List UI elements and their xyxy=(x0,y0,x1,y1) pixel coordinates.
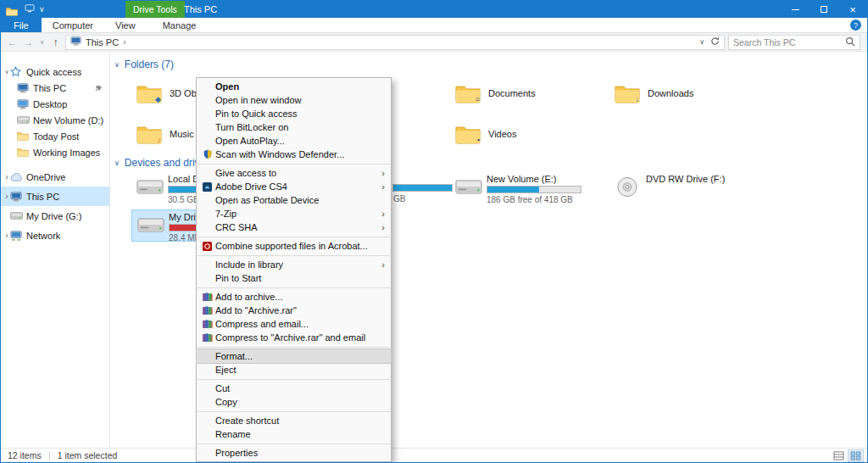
folders-group-header[interactable]: ∨ Folders (7) xyxy=(114,59,174,70)
sidebar-item-working-images[interactable]: Working Images xyxy=(1,144,109,160)
back-button[interactable]: ← xyxy=(6,36,19,48)
menu-item-format[interactable]: Format... xyxy=(197,349,391,363)
folder-icon: ≡ xyxy=(455,84,481,103)
menu-item-crc-sha[interactable]: CRC SHA› xyxy=(197,220,391,234)
up-button[interactable]: ↑ xyxy=(49,36,62,48)
menu-item-eject[interactable]: Eject xyxy=(197,363,391,377)
menu-item-open-as-portable-device[interactable]: Open as Portable Device xyxy=(197,193,391,207)
ribbon-tab-computer[interactable]: Computer xyxy=(42,18,104,32)
menu-item-adobe-drive-cs4[interactable]: Adobe Drive CS4› xyxy=(197,180,391,193)
menu-separator xyxy=(198,347,390,348)
menu-separator xyxy=(198,164,390,165)
hard-drive-icon xyxy=(455,176,482,201)
sidebar-item-desktop[interactable]: Desktop xyxy=(1,96,109,112)
menu-item-copy[interactable]: Copy xyxy=(197,395,391,409)
acrobat-icon xyxy=(199,242,215,251)
menu-item-scan-with-windows-defender[interactable]: Scan with Windows Defender... xyxy=(197,148,391,161)
menu-item-open[interactable]: Open xyxy=(197,80,391,93)
search-icon[interactable] xyxy=(845,35,855,50)
submenu-arrow-icon: › xyxy=(381,169,385,178)
help-icon[interactable]: ? xyxy=(850,20,861,31)
menu-item-rename[interactable]: Rename xyxy=(197,427,391,441)
this-pc-icon xyxy=(70,36,81,47)
folder-icon: ↓ xyxy=(615,84,640,103)
menu-item-include-in-library[interactable]: Include in library› xyxy=(197,258,391,271)
recent-locations-chevron-icon[interactable]: ∨ xyxy=(38,39,46,46)
computer-icon xyxy=(10,192,24,202)
search-input[interactable] xyxy=(733,37,843,47)
folder-tile-downloads[interactable]: ↓ Downloads xyxy=(609,77,762,109)
drive-tile-dvd-rw-f[interactable]: DVD RW Drive (F:) xyxy=(609,172,762,204)
sidebar-item-this-pc-pinned[interactable]: This PC xyxy=(1,80,109,96)
ribbon-tab-file[interactable]: File xyxy=(1,18,42,32)
folder-icon: ♪ xyxy=(136,125,162,144)
address-dropdown-chevron-icon[interactable]: ∨ xyxy=(699,38,704,46)
sidebar-item-quick-access[interactable]: ∨ Quick access xyxy=(1,64,109,80)
refresh-icon[interactable] xyxy=(710,36,720,47)
navigation-pane: ∨ Quick access This PC Desktop New Volum… xyxy=(1,52,110,448)
drive-tile-new-volume-e[interactable]: New Volume (E:) 186 GB free of 418 GB xyxy=(450,172,603,204)
maximize-button[interactable] xyxy=(810,1,838,18)
sidebar-item-this-pc[interactable]: › This PC xyxy=(1,187,109,206)
menu-item-7-zip[interactable]: 7-Zip› xyxy=(197,207,391,220)
expand-chevron-icon[interactable]: › xyxy=(3,192,10,201)
ribbon-tab-view[interactable]: View xyxy=(104,18,147,32)
expand-chevron-icon[interactable]: ∨ xyxy=(3,69,10,75)
folder-tile-videos[interactable]: ▪ Videos xyxy=(450,118,603,150)
address-bar[interactable]: This PC › ∨ xyxy=(65,35,725,50)
menu-item-turn-bitlocker-on[interactable]: Turn BitLocker on xyxy=(197,120,391,134)
menu-item-pin-to-start[interactable]: Pin to Start xyxy=(197,271,391,285)
menu-item-cut[interactable]: Cut xyxy=(197,382,391,395)
sidebar-item-my-drive-g[interactable]: My Drive (G:) xyxy=(1,206,109,226)
menu-item-add-to-archive-rar[interactable]: Add to "Archive.rar" xyxy=(197,304,391,317)
drive-tools-contextual-tab[interactable]: Drive Tools xyxy=(125,1,185,18)
qat-customize-chevron-icon[interactable]: ∨ xyxy=(39,4,45,14)
menu-separator xyxy=(198,255,390,256)
menu-separator xyxy=(198,237,390,237)
minimize-button[interactable] xyxy=(781,1,810,18)
forward-button[interactable]: → xyxy=(22,36,35,48)
capacity-bar-partial xyxy=(392,184,453,192)
menu-item-add-to-archive[interactable]: Add to archive... xyxy=(197,290,391,304)
details-view-icon[interactable] xyxy=(832,450,846,461)
capacity-bar xyxy=(487,186,581,193)
menu-item-compress-and-email[interactable]: Compress and email... xyxy=(197,317,391,331)
expand-chevron-icon[interactable]: › xyxy=(3,173,10,181)
status-bar: 12 items 1 item selected xyxy=(1,448,867,462)
menu-item-combine-supported-files-in-acrobat[interactable]: Combine supported files in Acrobat... xyxy=(197,239,391,253)
adobe-drive-icon xyxy=(199,182,215,192)
folder-icon xyxy=(17,131,31,141)
submenu-arrow-icon: › xyxy=(381,223,385,232)
breadcrumb-chevron-icon[interactable]: › xyxy=(123,37,125,47)
collapse-chevron-icon[interactable]: ∨ xyxy=(114,159,120,167)
sidebar-item-network[interactable]: › Network xyxy=(1,226,109,245)
folder-tile-documents[interactable]: ≡ Documents xyxy=(450,77,603,109)
menu-separator xyxy=(198,443,390,444)
submenu-arrow-icon: › xyxy=(381,209,385,219)
winrar-icon xyxy=(199,293,215,302)
large-icons-view-icon[interactable] xyxy=(849,450,863,461)
star-icon xyxy=(10,66,24,77)
qat-computer-icon[interactable] xyxy=(25,4,35,15)
sidebar-item-onedrive[interactable]: › OneDrive xyxy=(1,167,109,187)
sidebar-item-today-post[interactable]: Today Post xyxy=(1,128,109,144)
close-icon: × xyxy=(849,4,856,15)
menu-item-pin-to-quick-access[interactable]: Pin to Quick access xyxy=(197,107,391,120)
menu-item-compress-to-archive-rar-and-email[interactable]: Compress to "Archive.rar" and email xyxy=(197,331,391,344)
menu-item-properties[interactable]: Properties xyxy=(197,446,391,460)
search-box[interactable] xyxy=(728,35,860,50)
onedrive-cloud-icon xyxy=(10,173,24,181)
menu-item-open-autoplay[interactable]: Open AutoPlay... xyxy=(197,134,391,148)
computer-icon xyxy=(17,83,31,93)
menu-item-give-access-to[interactable]: Give access to› xyxy=(197,166,391,180)
pin-icon xyxy=(95,84,103,94)
sidebar-item-new-volume-d[interactable]: New Volume (D:) xyxy=(1,112,109,128)
expand-chevron-icon[interactable]: › xyxy=(3,232,10,240)
hard-drive-icon xyxy=(10,211,24,220)
ribbon-tab-manage[interactable]: Manage xyxy=(152,18,208,32)
breadcrumb-this-pc[interactable]: This PC xyxy=(86,37,119,47)
menu-item-create-shortcut[interactable]: Create shortcut xyxy=(197,414,391,427)
close-button[interactable]: × xyxy=(838,1,867,18)
menu-item-open-in-new-window[interactable]: Open in new window xyxy=(197,93,391,107)
collapse-chevron-icon[interactable]: ∨ xyxy=(114,61,120,69)
